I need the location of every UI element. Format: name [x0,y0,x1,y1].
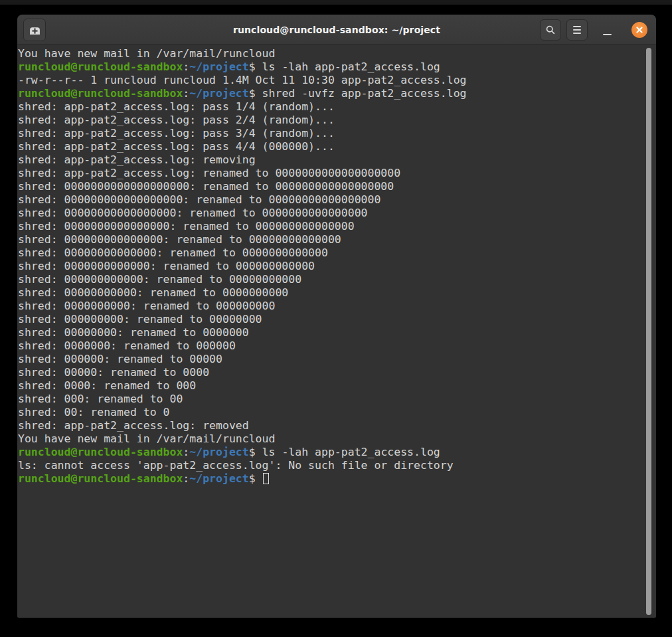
menu-button[interactable] [566,19,588,41]
terminal-output-line: shred: app-pat2_access.log: removed [18,419,647,432]
scrollbar-thumb[interactable] [646,48,651,615]
prompt-path: ~/project [189,472,248,485]
prompt-user-host: runcloud@runcloud-sandbox [18,60,183,73]
prompt-symbol: $ [249,446,262,458]
terminal-output-line: shred: app-pat2_access.log: pass 1/4 (ra… [18,100,647,114]
terminal-output-line: shred: 000000000000: renamed to 00000000… [18,273,647,286]
terminal-output-line: shred: 000000000: renamed to 00000000 [18,313,647,326]
close-icon [635,26,643,34]
terminal-output-line: shred: 0000000000000000: renamed to 0000… [18,220,647,233]
terminal-cursor [263,473,269,484]
terminal-output-line: shred: 00000000000000: renamed to 000000… [18,246,647,260]
terminal-prompt-line: runcloud@runcloud-sandbox:~/project$ ls … [18,446,647,459]
terminal-output-line: shred: 000: renamed to 00 [18,393,647,406]
terminal-output-line: shred: 00: renamed to 0 [18,406,647,419]
terminal-output-line: ls: cannot access 'app-pat2_access.log':… [18,459,647,472]
terminal-prompt-line: runcloud@runcloud-sandbox:~/project$ shr… [18,87,647,100]
terminal-output-line: shred: 00000000000: renamed to 000000000… [18,286,647,300]
prompt-path: ~/project [189,446,248,458]
terminal-prompt-line: runcloud@runcloud-sandbox:~/project$ ls … [18,60,647,74]
terminal-output-line: shred: 0000000000: renamed to 000000000 [18,300,647,313]
terminal-output-line: shred: app-pat2_access.log: pass 2/4 (ra… [18,114,647,127]
new-tab-button[interactable] [23,19,46,41]
prompt-separator: : [183,472,189,485]
prompt-user-host: runcloud@runcloud-sandbox [18,87,183,100]
terminal-output-line: -rw-r--r-- 1 runcloud runcloud 1.4M Oct … [18,74,647,87]
terminal-output-line: shred: 0000000: renamed to 000000 [18,339,647,353]
close-button[interactable] [631,22,647,38]
prompt-command: ls -lah app-pat2_access.log [262,446,440,458]
new-tab-icon [29,25,41,36]
search-icon [545,25,556,35]
terminal-output-line: shred: app-pat2_access.log: pass 3/4 (ra… [18,127,647,140]
terminal-output-line: shred: 0000: renamed to 000 [18,379,647,393]
prompt-separator: : [183,60,189,73]
terminal-output-line: shred: 00000: renamed to 0000 [18,366,647,379]
terminal-output-line: shred: app-pat2_access.log: pass 4/4 (00… [18,140,647,153]
terminal-output-line: shred: 0000000000000: renamed to 0000000… [18,260,647,273]
prompt-symbol: $ [249,87,262,100]
minimize-icon [603,34,612,36]
prompt-user-host: runcloud@runcloud-sandbox [18,446,183,458]
terminal-output-line: shred: 000000000000000: renamed to 00000… [18,233,647,246]
hamburger-menu-icon [573,26,581,34]
terminal-output-line: shred: 000000000000000000: renamed to 00… [18,193,647,207]
terminal-output-line: You have new mail in /var/mail/runcloud [18,47,647,60]
prompt-user-host: runcloud@runcloud-sandbox [18,472,183,485]
terminal-output-line: shred: 00000000000000000: renamed to 000… [18,207,647,220]
prompt-symbol: $ [249,472,262,485]
desktop-top-edge [0,0,672,5]
terminal-prompt-line: runcloud@runcloud-sandbox:~/project$ [18,472,647,486]
prompt-command: ls -lah app-pat2_access.log [262,60,440,73]
search-button[interactable] [540,19,561,41]
terminal-output-line: shred: app-pat2_access.log: renamed to 0… [18,167,647,180]
prompt-separator: : [183,87,189,100]
prompt-path: ~/project [189,60,248,73]
terminal-output-line: shred: app-pat2_access.log: removing [18,153,647,167]
minimize-button[interactable] [599,23,615,39]
prompt-path: ~/project [189,87,248,100]
prompt-symbol: $ [249,60,262,73]
terminal-screen[interactable]: You have new mail in /var/mail/runcloudr… [17,45,656,618]
terminal-window: runcloud@runcloud-sandbox: ~/project [17,15,656,618]
titlebar[interactable]: runcloud@runcloud-sandbox: ~/project [17,15,656,45]
terminal-output-line: shred: 000000: renamed to 00000 [18,353,647,366]
prompt-separator: : [183,446,189,458]
terminal-output-line: shred: 00000000: renamed to 0000000 [18,326,647,339]
terminal-output-line: You have new mail in /var/mail/runcloud [18,432,647,446]
prompt-command: shred -uvfz app-pat2_access.log [262,87,467,100]
terminal-output-line: shred: 0000000000000000000: renamed to 0… [18,180,647,193]
